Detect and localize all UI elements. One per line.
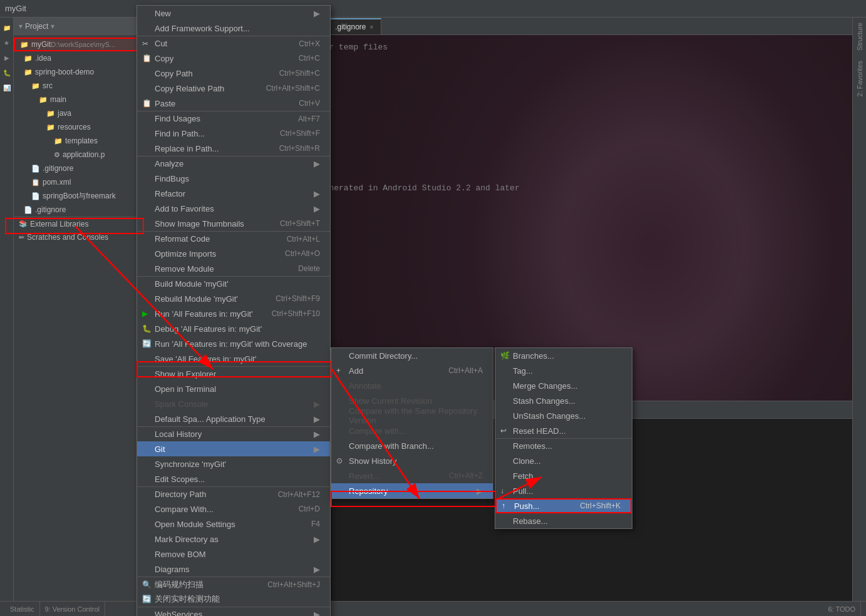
menu-item-spark[interactable]: Spark Console ▶ [137,396,330,411]
menu-item-refactor[interactable]: Refactor ▶ [137,186,330,201]
menu-item-mark-dir[interactable]: Mark Directory as ▶ [137,531,330,547]
git-menu-repository[interactable]: Repository ▶ [331,483,493,498]
menu-item-copy[interactable]: 📋 Copy Ctrl+C [137,51,330,66]
repo-rebase[interactable]: Rebase... [495,513,632,528]
menu-item-rebuild[interactable]: Rebuild Module 'myGit' Ctrl+Shift+F9 [137,291,330,306]
sidebar-structure[interactable]: Structure [855,18,865,56]
menu-item-webservices[interactable]: WebServices ▶ [137,607,330,616]
menu-item-copy-path[interactable]: Copy Path Ctrl+Shift+C [137,66,330,81]
repo-unstash[interactable]: UnStash Changes... [495,408,632,423]
repo-clone[interactable]: Clone... [495,453,632,468]
debug-icon[interactable]: 🐛 [1,66,13,79]
repo-fetch[interactable]: Fetch [495,468,632,483]
branches-icon: 🌿 [500,351,510,360]
repo-pull[interactable]: ↓ Pull... [495,483,632,498]
submenu-arrow: ▶ [314,9,320,18]
menu-item-framework[interactable]: Add Framework Support... [137,21,330,36]
menu-item-git[interactable]: Git ▶ [137,441,330,456]
project-icon[interactable]: 📁 [1,21,13,34]
menu-label: Tag... [513,366,533,376]
menu-item-directory-path[interactable]: Directory Path Ctrl+Alt+F12 [137,486,330,501]
menu-item-replace-path[interactable]: Replace in Path... Ctrl+Shift+R [137,141,330,156]
menu-label: Debug 'All Features in: myGit' [155,324,262,334]
statistic-item[interactable]: Statistic [5,602,40,617]
submenu-arrow: ▶ [314,535,320,544]
menu-item-diagrams[interactable]: Diagrams ▶ [137,562,330,577]
tree-item-spring-boot[interactable]: 📁 spring-boot-demo [14,65,157,79]
menu-item-terminal[interactable]: Open in Terminal [137,381,330,396]
git-menu-annotate[interactable]: Annotate [331,378,493,393]
push-icon: ↑ [502,501,505,510]
tree-item-idea[interactable]: 📁 .idea [14,51,157,65]
menu-item-local-history[interactable]: Local History ▶ [137,426,330,441]
menu-item-remove-bom[interactable]: Remove BOM [137,547,330,562]
menu-label: Reset HEAD... [513,426,566,436]
menu-item-remove-module[interactable]: Remove Module Delete [137,261,330,276]
menu-item-cut[interactable]: ✂ Cut Ctrl+X [137,36,330,51]
menu-item-optimize[interactable]: Optimize Imports Ctrl+Alt+O [137,246,330,261]
repo-push[interactable]: ↑ Push... Ctrl+Shift+K [495,498,632,513]
menu-item-thumbnails[interactable]: Show Image Thumbnails Ctrl+Shift+T [137,216,330,231]
repo-branches[interactable]: 🌿 Branches... [495,348,632,363]
menu-item-copy-relative[interactable]: Copy Relative Path Ctrl+Alt+Shift+C [137,81,330,96]
menu-item-new[interactable]: New ▶ [137,6,330,21]
repo-reset-head[interactable]: ↩ Reset HEAD... [495,423,632,438]
menu-item-analyze[interactable]: Analyze ▶ [137,156,330,171]
menu-item-code-scan[interactable]: 🔍 编码规约扫描 Ctrl+Alt+Shift+J [137,577,330,592]
git-menu-show-history[interactable]: ⊙ Show History [331,453,493,468]
tree-item-src[interactable]: 📁 src [14,79,157,93]
menu-item-save[interactable]: Save 'All Features in: myGit' [137,351,330,366]
todo-item[interactable]: 6: TODO [823,602,861,617]
git-menu-commit[interactable]: Commit Directory... [331,348,493,363]
tree-item-templates[interactable]: 📁 templates [14,134,157,148]
version-control-item[interactable]: 9: Version Control [40,602,105,617]
menu-item-run[interactable]: ▶ Run 'All Features in: myGit' Ctrl+Shif… [137,306,330,321]
run-icon[interactable]: ▶ [1,51,13,64]
tree-item-pomxml[interactable]: 📋 pom.xml [14,175,157,189]
menu-label: Compare With... [155,505,214,514]
menu-item-find-usages[interactable]: Find Usages Alt+F7 [137,111,330,126]
menu-item-build[interactable]: Build Module 'myGit' [137,276,330,291]
tree-item-gitignore1[interactable]: 📄 .gitignore [14,162,157,175]
tree-item-external-libraries[interactable]: 📚 External Libraries [14,217,157,230]
tree-root-item[interactable]: 📁 myGit D:\workSpace\myS... [14,38,157,51]
tree-item-scratches[interactable]: ✏ Scratches and Consoles [14,230,157,244]
git-menu-revert[interactable]: Revert... Ctrl+Alt+Z [331,468,493,483]
menu-item-paste[interactable]: 📋 Paste Ctrl+V [137,96,330,111]
project-dropdown-arrow[interactable]: ▾ [51,22,54,31]
menu-item-reformat[interactable]: Reformat Code Ctrl+Alt+L [137,231,330,246]
git-menu-add[interactable]: + Add Ctrl+Alt+A [331,363,493,378]
menu-item-findbugs[interactable]: FindBugs [137,171,330,186]
tree-item-springboot[interactable]: 📄 springBoot与freemark [14,189,157,203]
menu-item-explorer[interactable]: Show in Explorer [137,366,330,381]
tree-item-resources[interactable]: 📁 resources [14,120,157,134]
menu-item-compare[interactable]: Compare With... Ctrl+D [137,501,330,516]
repo-stash[interactable]: Stash Changes... [495,393,632,408]
menu-label: Pull... [513,486,534,496]
menu-item-default-spark[interactable]: Default Spa... Application Type ▶ [137,411,330,426]
structure-icon[interactable]: 📊 [1,81,13,94]
menu-item-synchronize[interactable]: Synchronize 'myGit' [137,456,330,471]
repo-remotes[interactable]: Remotes... [495,438,632,453]
tab-gitignore[interactable]: .gitignore × [327,18,381,34]
menu-item-find-path[interactable]: Find in Path... Ctrl+Shift+F [137,126,330,141]
repo-merge[interactable]: Merge Changes... [495,378,632,393]
sidebar-favorites[interactable]: 2: Favorites [855,56,865,101]
tree-item-java[interactable]: 📁 java [14,106,157,120]
git-menu-compare-same[interactable]: Compare with the Same Repository Version [331,408,493,423]
shortcut: Ctrl+V [299,99,320,108]
repo-tag[interactable]: Tag... [495,363,632,378]
tree-item-gitignore2[interactable]: 📄 .gitignore [14,203,157,217]
tree-item-main[interactable]: 📁 main [14,93,157,106]
menu-item-favorites[interactable]: Add to Favorites ▶ [137,201,330,216]
git-menu-compare-with[interactable]: Compare with... [331,423,493,438]
menu-item-disable-detect[interactable]: 🔄 关闭实时检测功能 [137,592,330,607]
menu-item-coverage[interactable]: 🔄 Run 'All Features in: myGit' with Cove… [137,336,330,351]
tab-close[interactable]: × [370,24,374,31]
tree-item-application[interactable]: ⚙ application.p [14,148,157,162]
menu-item-edit-scopes[interactable]: Edit Scopes... [137,471,330,486]
menu-item-module-settings[interactable]: Open Module Settings F4 [137,516,330,531]
git-menu-compare-branch[interactable]: Compare with Branch... [331,438,493,453]
favorites-icon[interactable]: ★ [1,36,13,49]
menu-item-debug[interactable]: 🐛 Debug 'All Features in: myGit' [137,321,330,336]
